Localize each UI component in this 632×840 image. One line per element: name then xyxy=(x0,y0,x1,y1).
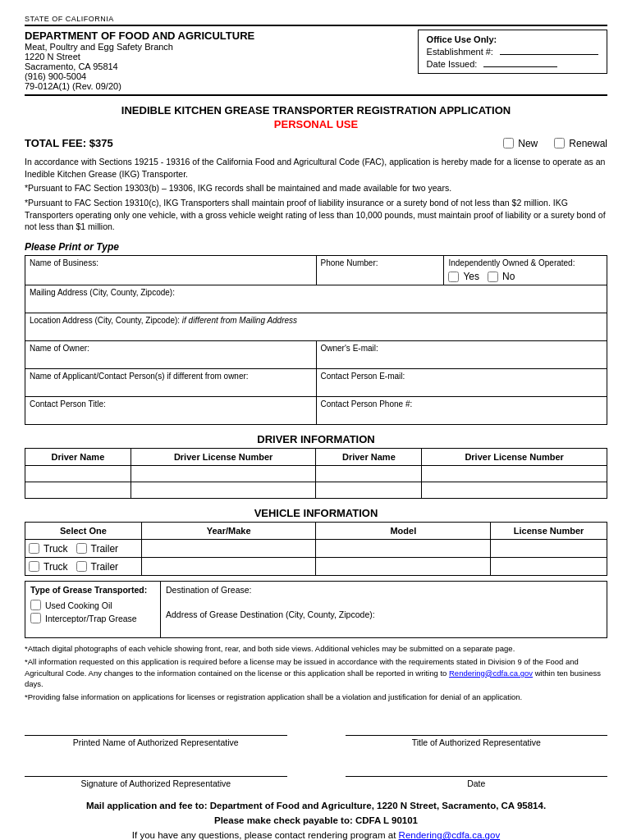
footer-line1: Mail application and fee to: Department … xyxy=(25,798,607,813)
driver1-name xyxy=(25,466,131,482)
business-name-cell: Name of Business: xyxy=(25,256,317,285)
vehicle-col2: Year/Make xyxy=(141,523,316,540)
driver3-license xyxy=(131,482,316,499)
dept-name: DEPARTMENT OF FOOD AND AGRICULTURE xyxy=(25,30,418,42)
mailing-address-cell: Mailing Address (City, County, Zipcode): xyxy=(25,285,607,313)
vehicle-license-2 xyxy=(491,558,607,576)
please-print: Please Print or Type xyxy=(25,241,607,253)
phone-cell: Phone Number: xyxy=(316,256,444,285)
printed-name-block: Printed Name of Authorized Representativ… xyxy=(25,716,287,747)
renewal-checkbox[interactable] xyxy=(554,138,565,148)
used-cooking-oil-checkbox[interactable] xyxy=(30,600,41,610)
no-checkbox-item[interactable]: No xyxy=(488,271,515,282)
interceptor-checkbox[interactable] xyxy=(30,613,41,623)
footer-email-link[interactable]: Rendering@cdfa.ca.gov xyxy=(399,830,501,840)
vehicle-col1: Select One xyxy=(25,523,142,540)
trailer2-label: Trailer xyxy=(91,561,119,573)
truck1-label: Truck xyxy=(44,543,68,555)
independently-owned-cell: Independently Owned & Operated: Yes No xyxy=(444,256,607,285)
trailer1-checkbox[interactable] xyxy=(76,543,87,554)
contact-phone-cell: Contact Person Phone #: xyxy=(316,397,607,425)
truck2-checkbox[interactable] xyxy=(29,561,39,572)
signature-block: Signature of Authorized Representative xyxy=(25,757,287,788)
no-checkbox[interactable] xyxy=(488,272,498,282)
trailer1-label: Trailer xyxy=(91,543,119,555)
driver-col1: Driver Name xyxy=(25,449,131,466)
application-type-group: New Renewal xyxy=(503,138,607,149)
driver2-name xyxy=(316,466,422,482)
vehicle-model-1 xyxy=(316,540,491,558)
driver-row-1 xyxy=(25,466,607,482)
contact-email-cell: Contact Person E-mail: xyxy=(316,369,607,397)
personal-use-label: PERSONAL USE xyxy=(25,118,607,130)
title-line xyxy=(346,716,608,736)
establishment-row: Establishment #: xyxy=(427,47,598,57)
dept-phone: (916) 900-5004 xyxy=(25,71,418,81)
total-fee: TOTAL FEE: $375 xyxy=(25,137,113,149)
office-box: Office Use Only: Establishment #: Date I… xyxy=(418,30,607,74)
yes-checkbox-item[interactable]: Yes xyxy=(448,271,479,282)
new-checkbox-item[interactable]: New xyxy=(503,138,538,149)
contact-title-cell: Contact Person Title: xyxy=(25,397,317,425)
driver-col4: Driver License Number xyxy=(422,449,607,466)
location-address-cell: Location Address (City, County, Zipcode)… xyxy=(25,313,607,341)
grease-table: Type of Grease Transported: Used Cooking… xyxy=(25,581,607,638)
vehicle-select-1: Truck Trailer xyxy=(25,540,142,558)
renewal-label: Renewal xyxy=(569,138,607,149)
vehicle-year-make-2 xyxy=(141,558,316,576)
vehicle-section-header: VEHICLE INFORMATION xyxy=(25,507,607,519)
truck2-checkbox-item[interactable]: Truck xyxy=(29,561,68,573)
trailer2-checkbox[interactable] xyxy=(76,561,87,572)
footer-section: Mail application and fee to: Department … xyxy=(25,798,607,840)
driver2-license xyxy=(422,466,607,482)
vehicle-year-make-1 xyxy=(141,540,316,558)
dept-address1: 1220 N Street xyxy=(25,52,418,62)
grease-type-cell: Type of Grease Transported: Used Cooking… xyxy=(25,582,161,638)
driver-row-2 xyxy=(25,482,607,499)
driver4-license xyxy=(422,482,607,499)
truck1-checkbox-item[interactable]: Truck xyxy=(29,543,68,555)
vehicle-license-1 xyxy=(491,540,607,558)
intro-line3: *Pursuant to FAC Section 19310(c), IKG T… xyxy=(25,197,607,233)
footer-line3: If you have any questions, please contac… xyxy=(25,828,607,840)
vehicle-row-2: Truck Trailer xyxy=(25,558,607,576)
dept-form-id: 79-012A(1) (Rev. 09/20) xyxy=(25,81,418,91)
footnote-1: *Attach digital photographs of each vehi… xyxy=(25,643,607,654)
used-cooking-oil-item[interactable]: Used Cooking Oil xyxy=(30,600,155,610)
footnotes: *Attach digital photographs of each vehi… xyxy=(25,643,607,702)
trailer1-checkbox-item[interactable]: Trailer xyxy=(76,543,119,555)
fee-row: TOTAL FEE: $375 New Renewal xyxy=(25,137,607,149)
trailer2-checkbox-item[interactable]: Trailer xyxy=(76,561,119,573)
new-checkbox[interactable] xyxy=(503,138,514,148)
owner-email-cell: Owner's E-mail: xyxy=(316,341,607,369)
printed-name-line xyxy=(25,716,287,736)
yes-checkbox[interactable] xyxy=(448,272,459,282)
date-label: Date xyxy=(346,778,608,788)
signature-label: Signature of Authorized Representative xyxy=(25,778,287,788)
intro-text: In accordance with Sections 19215 - 1931… xyxy=(25,156,607,233)
signature-row-2: Signature of Authorized Representative D… xyxy=(25,757,607,788)
vehicle-table: Select One Year/Make Model License Numbe… xyxy=(25,522,607,576)
dept-branch: Meat, Poultry and Egg Safety Branch xyxy=(25,42,418,52)
state-label: STATE OF CALIFORNIA xyxy=(25,15,607,23)
footnote-email-link[interactable]: Rendering@cdfa.ca.gov xyxy=(449,669,533,678)
date-block: Date xyxy=(346,757,608,788)
renewal-checkbox-item[interactable]: Renewal xyxy=(554,138,607,149)
footnote-3: *Providing false information on applicat… xyxy=(25,692,607,702)
date-line xyxy=(346,757,608,777)
intro-line2: *Pursuant to FAC Section 19303(b) – 1930… xyxy=(25,182,607,194)
driver4-name xyxy=(316,482,422,499)
owner-name-cell: Name of Owner: xyxy=(25,341,317,369)
signature-section: Printed Name of Authorized Representativ… xyxy=(25,716,607,747)
truck1-checkbox[interactable] xyxy=(29,543,39,554)
dept-address2: Sacramento, CA 95814 xyxy=(25,62,418,71)
form-table-1: Name of Business: Phone Number: Independ… xyxy=(25,255,607,425)
office-title: Office Use Only: xyxy=(427,34,598,44)
vehicle-model-2 xyxy=(316,558,491,576)
yes-label: Yes xyxy=(463,271,479,282)
date-row: Date Issued: xyxy=(427,59,598,69)
interceptor-item[interactable]: Interceptor/Trap Grease xyxy=(30,613,155,623)
printed-name-label: Printed Name of Authorized Representativ… xyxy=(25,737,287,747)
driver1-license xyxy=(131,466,316,482)
applicant-name-cell: Name of Applicant/Contact Person(s) if d… xyxy=(25,369,317,397)
